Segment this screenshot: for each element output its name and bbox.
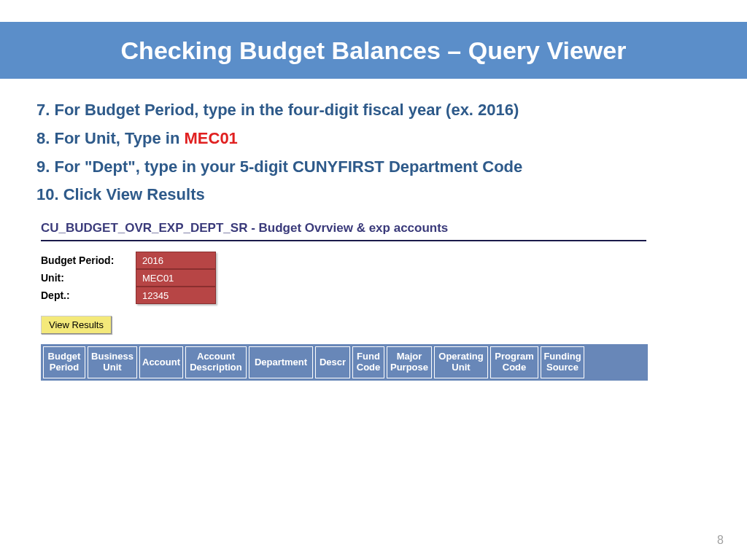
column-header[interactable]: Fund Code	[352, 346, 384, 378]
title-bar: Checking Budget Balances – Query Viewer	[0, 22, 747, 79]
step-9: 9. For "Dept", type in your 5-digit CUNY…	[36, 156, 711, 179]
page-title: Checking Budget Balances – Query Viewer	[121, 36, 627, 65]
table-header-row: Budget PeriodBusiness UnitAccountAccount…	[43, 346, 646, 378]
column-header[interactable]: Department	[249, 346, 313, 378]
column-header[interactable]: Descr	[315, 346, 350, 378]
column-header[interactable]: Funding Source	[541, 346, 584, 378]
page-number: 8	[717, 534, 724, 547]
form-grid: Budget Period: 2016 Unit: MEC01 Dept.: 1…	[41, 252, 216, 304]
column-header[interactable]: Major Purpose	[387, 346, 432, 378]
step-8-code: MEC01	[185, 129, 238, 147]
column-header[interactable]: Operating Unit	[434, 346, 488, 378]
divider	[41, 240, 646, 241]
results-table: Budget PeriodBusiness UnitAccountAccount…	[41, 344, 648, 381]
budget-period-input[interactable]: 2016	[136, 252, 216, 269]
column-header[interactable]: Program Code	[490, 346, 538, 378]
query-title: CU_BUDGET_OVR_EXP_DEPT_SR - Budget Ovrvi…	[41, 221, 711, 236]
view-results-button[interactable]: View Results	[41, 316, 112, 334]
step-8: 8. For Unit, Type in MEC01	[36, 128, 711, 150]
column-header[interactable]: Business Unit	[88, 346, 137, 378]
dept-input[interactable]: 12345	[136, 287, 216, 304]
query-form: CU_BUDGET_OVR_EXP_DEPT_SR - Budget Ovrvi…	[41, 221, 711, 381]
column-header[interactable]: Account Description	[185, 346, 247, 378]
column-header[interactable]: Budget Period	[43, 346, 85, 378]
unit-input[interactable]: MEC01	[136, 269, 216, 287]
step-7: 7. For Budget Period, type in the four-d…	[36, 99, 711, 122]
unit-label: Unit:	[41, 269, 136, 287]
content-area: 7. For Budget Period, type in the four-d…	[0, 79, 747, 381]
dept-label: Dept.:	[41, 287, 136, 304]
step-10: 10. Click View Results	[36, 184, 711, 206]
column-header[interactable]: Account	[139, 346, 183, 378]
budget-period-label: Budget Period:	[41, 252, 136, 269]
step-8-text: 8. For Unit, Type in	[36, 129, 185, 147]
